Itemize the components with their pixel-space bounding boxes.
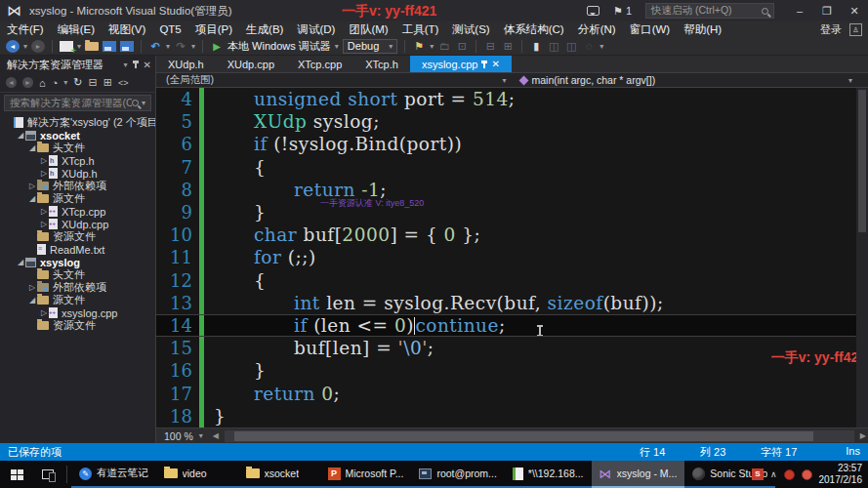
- tree-item-[interactable]: 资源文件: [0, 230, 155, 243]
- menu-item-W[interactable]: 窗口(W): [623, 21, 678, 37]
- code-line-5[interactable]: 5XUdp syslog;: [156, 110, 868, 133]
- back-icon[interactable]: ◄: [6, 77, 17, 88]
- expanded-arrow-icon[interactable]: ◢: [27, 296, 37, 305]
- solution-search-input[interactable]: 搜索解决方案资源管理器(Ctrl+;) ▾: [4, 95, 151, 111]
- tree-item-XTcph[interactable]: ▷XTcp.h: [0, 154, 155, 167]
- tab-XTcp.cpp[interactable]: XTcp.cpp: [286, 56, 353, 72]
- debug-target-label[interactable]: 本地 Windows 调试器: [227, 39, 331, 54]
- menu-item-N[interactable]: 分析(N): [571, 21, 623, 37]
- taskbar-item-ppt[interactable]: PMicrosoft P...: [320, 461, 412, 488]
- code-line-17[interactable]: 17return 0;: [156, 382, 868, 404]
- outdent-icon[interactable]: ◫: [564, 40, 578, 53]
- collapsed-arrow-icon[interactable]: ▷: [39, 308, 49, 317]
- collapsed-arrow-icon[interactable]: ▷: [27, 283, 37, 292]
- menu-item-T[interactable]: 工具(T): [395, 21, 446, 37]
- tree-item-[interactable]: ◢头文件: [0, 142, 155, 154]
- build-icon[interactable]: 🗀: [437, 40, 451, 52]
- expanded-arrow-icon[interactable]: ◢: [27, 194, 37, 203]
- code-line-9[interactable]: 9}: [156, 201, 868, 224]
- taskbar-item-vs[interactable]: ⋈xsyslog - M...: [592, 461, 685, 488]
- indent-icon[interactable]: ◫: [547, 40, 560, 53]
- menu-item-E[interactable]: 编辑(E): [51, 21, 102, 37]
- chevron-down-icon[interactable]: ▾: [124, 61, 128, 69]
- task-view-button[interactable]: [33, 461, 62, 488]
- tab-XUdp.cpp[interactable]: XUdp.cpp: [216, 56, 286, 72]
- scope-dropdown[interactable]: (全局范围) ▾: [156, 73, 515, 87]
- menu-item-V[interactable]: 视图(V): [102, 21, 152, 37]
- zoom-select[interactable]: 100 % ▾: [156, 430, 211, 442]
- taskbar-item-folder[interactable]: xsocket: [238, 461, 320, 488]
- expanded-arrow-icon[interactable]: ◢: [16, 131, 25, 140]
- tree-item-XTcpcpp[interactable]: ▷XTcp.cpp: [0, 205, 155, 218]
- expanded-arrow-icon[interactable]: ◢: [16, 258, 25, 266]
- start-button[interactable]: [0, 461, 33, 488]
- code-line-6[interactable]: 6if (!syslog.Bind(port)): [156, 133, 868, 155]
- horizontal-scrollbar-thumb[interactable]: [234, 431, 813, 441]
- tray-expand-icon[interactable]: ∧: [770, 469, 777, 479]
- feedback-icon[interactable]: [587, 6, 599, 16]
- close-panel-icon[interactable]: ✕: [144, 60, 151, 70]
- tree-item-ReadMetxt[interactable]: ReadMe.txt: [0, 243, 155, 256]
- code-line-15[interactable]: 15buf[len] = '\0';: [156, 337, 868, 359]
- comment-icon[interactable]: ⊞: [501, 40, 515, 53]
- navigate-back-icon[interactable]: ◄: [6, 40, 20, 53]
- bookmark-icon[interactable]: ▮: [529, 40, 543, 53]
- save-all-icon[interactable]: [120, 41, 134, 52]
- undo-icon[interactable]: ↶: [148, 40, 162, 53]
- collapsed-arrow-icon[interactable]: ▷: [39, 156, 49, 165]
- code-editor[interactable]: 4unsigned short port = 514;5XUdp syslog;…: [156, 88, 868, 427]
- menu-item-C[interactable]: 体系结构(C): [497, 21, 571, 37]
- code-line-18[interactable]: 18}: [156, 405, 868, 427]
- horizontal-scrollbar[interactable]: [225, 430, 854, 442]
- taskbar-item-youdao[interactable]: ✎有道云笔记: [71, 461, 156, 488]
- code-line-8[interactable]: 8return -1;: [156, 179, 868, 201]
- avatar[interactable]: ♙: [849, 23, 862, 36]
- vertical-scrollbar[interactable]: [856, 88, 868, 427]
- save-icon[interactable]: [103, 41, 116, 52]
- taskbar-item-folder[interactable]: video: [156, 461, 238, 488]
- start-debug-icon[interactable]: ▶: [210, 41, 224, 52]
- scroll-right-arrow[interactable]: ▶: [858, 431, 868, 440]
- tree-item-[interactable]: ◢源文件: [0, 192, 155, 205]
- tab-XTcp.h[interactable]: XTcp.h: [353, 56, 410, 72]
- configuration-select[interactable]: Debug ▾: [343, 39, 397, 54]
- undo-dropdown[interactable]: ▾: [166, 42, 170, 51]
- member-dropdown[interactable]: main(int argc, char * argv[]) ▾: [515, 74, 868, 86]
- collapsed-arrow-icon[interactable]: ▷: [39, 207, 49, 216]
- quick-launch-input[interactable]: 快速启动 (Ctrl+Q): [645, 3, 774, 19]
- code-line-14[interactable]: 14if (len <= 0)continue;: [156, 314, 868, 337]
- code-line-7[interactable]: 7{: [156, 156, 868, 179]
- taskbar-clock[interactable]: 23:57 2017/2/16: [819, 463, 863, 486]
- close-button[interactable]: ✕: [841, 0, 868, 21]
- menu-item-S[interactable]: 测试(S): [445, 21, 496, 37]
- close-tab-icon[interactable]: ✕: [491, 59, 499, 69]
- pin-icon[interactable]: [483, 61, 485, 68]
- filter-dropdown[interactable]: ▾: [63, 78, 67, 87]
- open-folder-icon[interactable]: [85, 42, 99, 51]
- tree-item-[interactable]: ◢源文件: [0, 294, 155, 306]
- navigate-forward-icon[interactable]: ►: [31, 40, 45, 53]
- debug-target-dropdown[interactable]: ▾: [335, 42, 339, 51]
- tree-item-[interactable]: 资源文件: [0, 319, 155, 332]
- misc-icon[interactable]: ◌: [582, 40, 596, 52]
- code-line-16[interactable]: 16}: [156, 359, 868, 382]
- expanded-arrow-icon[interactable]: ◢: [27, 143, 37, 152]
- vertical-scrollbar-thumb[interactable]: [858, 90, 866, 232]
- menu-item-B[interactable]: 生成(B): [239, 21, 290, 37]
- code-line-12[interactable]: 12{: [156, 269, 868, 292]
- find-icon[interactable]: ⊟: [483, 40, 497, 53]
- menu-item-D[interactable]: 调试(D): [290, 21, 342, 37]
- menu-item-P[interactable]: 项目(P): [188, 21, 239, 37]
- toolbar-overflow-dropdown[interactable]: ▾: [599, 42, 603, 51]
- menu-item-QT5[interactable]: QT5: [152, 21, 187, 37]
- properties-icon[interactable]: ⊞: [103, 76, 112, 89]
- navigate-back-dropdown[interactable]: ▾: [23, 42, 27, 51]
- view-code-icon[interactable]: <>: [118, 78, 129, 88]
- menu-item-F[interactable]: 文件(F): [0, 21, 51, 37]
- attach-dropdown[interactable]: ▾: [430, 42, 434, 51]
- code-line-4[interactable]: 4unsigned short port = 514;: [156, 88, 868, 110]
- attach-process-icon[interactable]: ⚑: [412, 40, 426, 53]
- code-line-10[interactable]: 10char buf[2000] = { 0 };: [156, 224, 868, 246]
- pin-icon[interactable]: [135, 61, 137, 68]
- tray-red-icon[interactable]: [784, 469, 795, 480]
